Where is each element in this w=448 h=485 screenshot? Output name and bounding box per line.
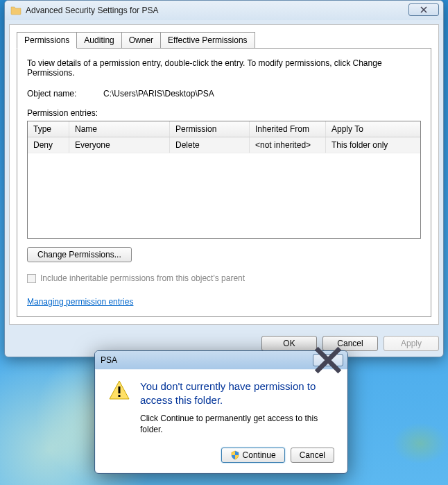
col-name[interactable]: Name [69,121,170,137]
tab-content: To view details of a permission entry, d… [17,48,431,317]
apply-button[interactable]: Apply [384,336,439,351]
continue-button[interactable]: Continue [221,448,285,463]
uac-shield-icon [230,450,240,460]
info-text: To view details of a permission entry, d… [27,58,421,78]
object-name-row: Object name: C:\Users\PARIS\Desktop\PSA [27,89,421,99]
dialog-close-button[interactable] [313,354,343,366]
close-button[interactable] [408,3,439,16]
window-title: Advanced Security Settings for PSA [26,6,158,15]
grid-row[interactable]: Deny Everyone Delete <not inherited> Thi… [28,137,420,153]
warning-icon [108,380,130,402]
continue-label: Continue [243,450,276,460]
titlebar[interactable]: Advanced Security Settings for PSA [5,1,443,20]
include-inherit-label: Include inheritable permissions from thi… [40,273,245,283]
grid-header: Type Name Permission Inherited From Appl… [28,121,420,137]
security-settings-window: Advanced Security Settings for PSA Permi… [4,0,444,357]
dialog-title: PSA [101,355,117,365]
svg-rect-1 [119,395,121,397]
tab-permissions[interactable]: Permissions [17,32,77,49]
cell-apply: This folder only [326,137,420,153]
cell-permission: Delete [170,137,250,153]
tab-owner[interactable]: Owner [121,32,161,49]
tab-effective-permissions[interactable]: Effective Permissions [160,32,255,49]
dialog-body: You don't currently have permission to a… [96,370,347,473]
col-permission[interactable]: Permission [170,121,250,137]
col-apply[interactable]: Apply To [326,121,420,137]
col-type[interactable]: Type [28,121,69,137]
managing-permissions-link[interactable]: Managing permission entries [27,297,133,307]
window-body: Permissions Auditing Owner Effective Per… [9,24,439,325]
dialog-buttons: Continue Cancel [108,448,334,463]
object-name-label: Object name: [27,89,103,99]
col-inherited[interactable]: Inherited From [250,121,326,137]
cell-inherited: <not inherited> [250,137,326,153]
ok-button[interactable]: OK [261,336,317,351]
dialog-cancel-button[interactable]: Cancel [291,448,334,463]
dialog-heading: You don't currently have permission to a… [140,380,334,407]
folder-icon [10,5,21,16]
object-name-value: C:\Users\PARIS\Desktop\PSA [103,89,214,99]
cell-name: Everyone [69,137,170,153]
include-inherit-row: Include inheritable permissions from thi… [27,273,421,283]
access-denied-dialog: PSA You don't currently have permission … [94,350,348,474]
cell-type: Deny [28,137,69,153]
change-permissions-button[interactable]: Change Permissions... [27,247,132,262]
entries-label: Permission entries: [27,108,421,118]
dialog-titlebar[interactable]: PSA [95,351,347,369]
svg-rect-0 [119,386,121,393]
tab-auditing[interactable]: Auditing [76,32,121,49]
dialog-body-text: Click Continue to permanently get access… [140,414,334,435]
include-inherit-checkbox[interactable] [27,274,36,283]
tab-strip: Permissions Auditing Owner Effective Per… [17,32,431,49]
permissions-grid[interactable]: Type Name Permission Inherited From Appl… [27,121,421,239]
